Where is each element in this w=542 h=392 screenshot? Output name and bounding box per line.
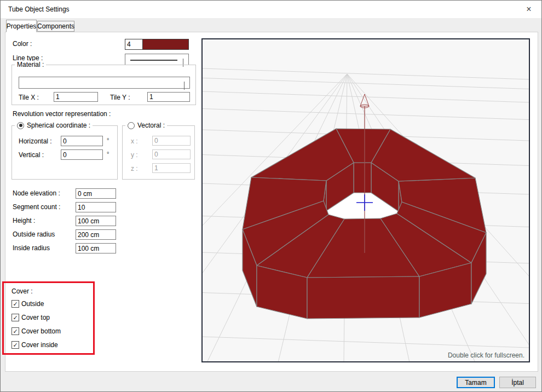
close-icon[interactable]: × <box>520 2 538 16</box>
inside-radius-label: Inside radius <box>13 244 50 252</box>
outside-radius-label: Outside radius <box>13 230 55 238</box>
tile-y-label: Tile Y : <box>110 94 130 101</box>
ok-button[interactable]: Tamam <box>457 377 495 388</box>
color-value[interactable]: 4 <box>125 39 143 49</box>
vectoral-radio[interactable] <box>128 122 135 129</box>
vertical-input[interactable] <box>61 149 103 160</box>
cancel-button[interactable]: İptal <box>499 377 536 388</box>
color-label: Color : <box>13 40 32 48</box>
segment-count-label: Segment count : <box>13 203 60 211</box>
dialog-title: Tube Object Settings <box>8 5 70 13</box>
horizontal-input[interactable] <box>61 136 103 146</box>
material-group-label: Material : <box>15 61 46 68</box>
inside-radius-input[interactable] <box>76 243 116 253</box>
revolution-label: Revolution vector representation : <box>13 110 111 118</box>
spherical-legend: Spherical coordinate : <box>15 122 93 129</box>
titlebar: Tube Object Settings × <box>1 1 541 18</box>
tile-x-input[interactable] <box>54 92 98 102</box>
y-label: y : <box>131 151 138 159</box>
horizontal-label: Horizontal : <box>19 137 52 145</box>
vectoral-legend: Vectoral : <box>125 122 167 129</box>
tab-properties[interactable]: Properties <box>6 20 37 32</box>
ok-button-label: Tamam <box>465 379 486 387</box>
horizontal-degree-sign: ° <box>107 137 109 143</box>
chevron-down-icon <box>184 82 184 89</box>
viewport-3d[interactable]: Double click for fullscreen. <box>201 38 530 362</box>
x-label: x : <box>131 137 138 145</box>
node-elevation-label: Node elevation : <box>13 189 60 197</box>
cancel-button-label: İptal <box>511 379 524 387</box>
node-elevation-input[interactable] <box>76 188 116 199</box>
material-select[interactable] <box>19 77 190 89</box>
tab-components[interactable]: Components <box>37 21 74 32</box>
spherical-radio[interactable] <box>17 122 24 129</box>
vertical-degree-sign: ° <box>107 151 109 157</box>
tab-properties-label: Properties <box>7 22 37 30</box>
tile-x-label: Tile X : <box>19 94 39 101</box>
color-picker[interactable]: 4 <box>125 39 189 50</box>
dialog-tube-object-settings: Tube Object Settings × Properties Compon… <box>0 0 542 392</box>
segment-count-input[interactable] <box>76 202 116 212</box>
vertical-label: Vertical : <box>19 151 44 159</box>
fullscreen-hint: Double click for fullscreen. <box>448 351 524 359</box>
outside-radius-input[interactable] <box>76 229 116 240</box>
line-type-preview <box>130 60 177 61</box>
tab-components-label: Components <box>37 22 74 30</box>
color-swatch[interactable] <box>143 39 188 49</box>
height-input[interactable] <box>76 216 116 226</box>
spherical-label: Spherical coordinate : <box>27 122 90 129</box>
viewport-canvas <box>203 39 529 361</box>
line-type-select[interactable] <box>125 54 189 65</box>
y-input <box>152 149 191 159</box>
annotation-highlight-rect <box>2 281 95 355</box>
tile-y-input[interactable] <box>147 92 190 102</box>
x-input <box>152 136 191 146</box>
vectoral-label: Vectoral : <box>137 122 165 129</box>
z-input <box>152 163 191 173</box>
height-label: Height : <box>13 217 35 224</box>
z-label: z : <box>131 165 138 172</box>
